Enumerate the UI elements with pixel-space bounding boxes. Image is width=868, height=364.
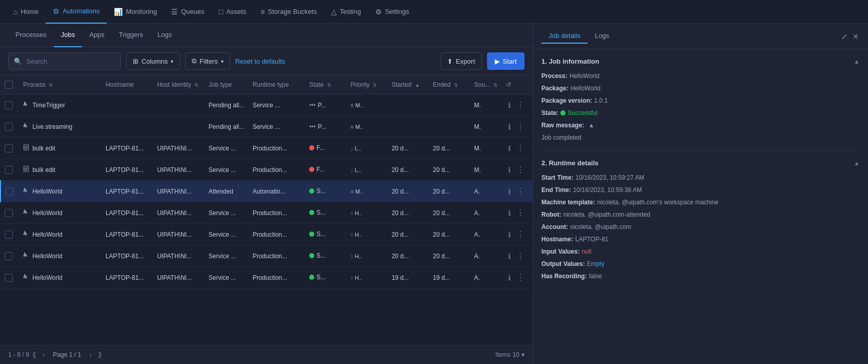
table-row[interactable]: HelloWorld LAPTOP-81... UIPATH\NI... Ser…: [1, 202, 533, 224]
tab-triggers[interactable]: Triggers: [112, 24, 150, 47]
col-header-state[interactable]: State ⇅: [305, 75, 346, 94]
row-info-button[interactable]: ℹ: [506, 208, 513, 218]
row-more-button[interactable]: ⋮: [514, 121, 527, 132]
row-checkbox[interactable]: [5, 123, 13, 131]
col-header-runtime[interactable]: Runtime type: [249, 75, 306, 94]
row-more-button[interactable]: ⋮: [514, 164, 527, 176]
nav-storage[interactable]: ≡ Storage Buckets: [253, 0, 324, 24]
state-dot-icon: [309, 188, 314, 194]
col-header-hostid[interactable]: Host Identity ⇅: [153, 75, 204, 94]
row-more-button[interactable]: ⋮: [514, 250, 527, 262]
row-info-button[interactable]: ℹ: [506, 229, 513, 240]
col-header-started[interactable]: Started ▲: [388, 75, 429, 94]
col-header-hostname[interactable]: Hostname: [102, 75, 153, 94]
select-all-checkbox[interactable]: [5, 81, 13, 89]
runtime-section-header[interactable]: 2. Runtime details ▲: [541, 159, 860, 167]
col-header-check[interactable]: [1, 75, 19, 94]
monitoring-icon: 📊: [114, 8, 123, 16]
filter-icon: ⧉: [192, 57, 196, 65]
right-panel: Job details Logs ⤢ ✕ 1. Job information …: [533, 24, 868, 364]
table-row[interactable]: HelloWorld LAPTOP-81... UIPATH\NI... Ser…: [1, 245, 533, 267]
row-check[interactable]: [1, 94, 19, 116]
row-info-button[interactable]: ℹ: [506, 122, 513, 132]
row-check[interactable]: [1, 181, 19, 202]
col-header-refresh[interactable]: ↺: [502, 75, 533, 94]
panel-tab-logs[interactable]: Logs: [588, 29, 616, 44]
next-page-button[interactable]: ›: [86, 350, 95, 360]
row-check[interactable]: [1, 159, 19, 181]
row-info-button[interactable]: ℹ: [506, 251, 513, 261]
col-header-source[interactable]: Sou... ⇅: [470, 75, 502, 94]
filters-button[interactable]: ⧉ Filters ▾: [185, 52, 230, 70]
search-box[interactable]: 🔍: [8, 52, 121, 70]
row-checkbox[interactable]: [5, 274, 13, 282]
col-header-priority[interactable]: Priority ⇅: [347, 75, 388, 94]
close-panel-button[interactable]: ✕: [852, 31, 860, 42]
export-button[interactable]: ⬆ Export: [440, 52, 482, 70]
row-more-button[interactable]: ⋮: [514, 99, 527, 111]
process-type-icon: [23, 144, 29, 152]
tab-jobs[interactable]: Jobs: [54, 24, 82, 47]
tab-logs[interactable]: Logs: [150, 24, 179, 47]
row-checkbox[interactable]: [5, 166, 13, 174]
nav-automations[interactable]: ⚙ Automations: [46, 0, 107, 24]
row-check[interactable]: [1, 138, 19, 159]
row-checkbox[interactable]: [5, 231, 13, 239]
row-more-button[interactable]: ⋮: [514, 142, 527, 154]
row-checkbox[interactable]: [5, 252, 13, 260]
col-header-process[interactable]: Process ⇅: [19, 75, 102, 94]
row-check[interactable]: [1, 224, 19, 245]
col-header-jobtype[interactable]: Job type: [205, 75, 249, 94]
row-check[interactable]: [1, 267, 19, 289]
columns-button[interactable]: ⊞ Columns ▾: [126, 52, 180, 70]
tab-processes[interactable]: Processes: [8, 24, 54, 47]
row-checkbox[interactable]: [5, 209, 13, 217]
row-check[interactable]: [1, 245, 19, 267]
row-info-button[interactable]: ℹ: [506, 273, 513, 283]
table-row[interactable]: HelloWorld LAPTOP-81... UIPATH\NI... Ser…: [1, 224, 533, 245]
nav-testing[interactable]: △ Testing: [324, 0, 368, 24]
nav-settings-label: Settings: [385, 8, 409, 15]
row-more-button[interactable]: ⋮: [514, 185, 527, 197]
prev-page-button[interactable]: ‹: [39, 350, 48, 360]
row-checkbox[interactable]: [5, 187, 13, 196]
nav-settings[interactable]: ⚙ Settings: [368, 0, 416, 24]
row-jobtype: Service ...: [205, 159, 249, 181]
panel-tab-job-details[interactable]: Job details: [541, 29, 588, 44]
row-checkbox[interactable]: [5, 144, 13, 152]
col-header-ended[interactable]: Ended ⇅: [429, 75, 470, 94]
reset-defaults-button[interactable]: Reset to defaults: [235, 58, 286, 65]
testing-icon: △: [331, 8, 337, 16]
row-runtime: Production...: [249, 224, 306, 245]
table-row[interactable]: Live.streaming Pending all... Service ..…: [1, 116, 533, 138]
start-button[interactable]: ▶ Start: [487, 52, 524, 70]
nav-queues[interactable]: ☰ Queues: [164, 0, 212, 24]
first-page-button[interactable]: ⟪: [29, 350, 39, 360]
row-more-button[interactable]: ⋮: [514, 207, 527, 219]
row-info-button[interactable]: ℹ: [506, 186, 513, 197]
nav-assets[interactable]: □ Assets: [212, 0, 253, 24]
row-more-button[interactable]: ⋮: [514, 228, 527, 240]
search-input[interactable]: [26, 58, 108, 65]
table-row[interactable]: TimeTrigger Pending all... Service ... •…: [1, 94, 533, 116]
table-row[interactable]: HelloWorld LAPTOP-81... UIPATH\NI... Ser…: [1, 267, 533, 289]
tab-apps[interactable]: Apps: [82, 24, 112, 47]
row-check[interactable]: [1, 202, 19, 224]
expand-panel-button[interactable]: ⤢: [840, 31, 849, 42]
last-page-button[interactable]: ⟫: [95, 350, 105, 360]
row-source: A.: [470, 245, 502, 267]
table-row[interactable]: HelloWorld LAPTOP-81... UIPATH\NI... Att…: [1, 181, 533, 202]
nav-monitoring[interactable]: 📊 Monitoring: [107, 0, 164, 24]
table-row[interactable]: bulk edit LAPTOP-81... UIPATH\NI... Serv…: [1, 159, 533, 181]
row-info-button[interactable]: ℹ: [506, 143, 513, 154]
row-more-button[interactable]: ⋮: [514, 272, 527, 283]
table-row[interactable]: bulk edit LAPTOP-81... UIPATH\NI... Serv…: [1, 138, 533, 159]
nav-queues-label: Queues: [181, 8, 205, 15]
row-checkbox[interactable]: [5, 101, 13, 109]
row-info-button[interactable]: ℹ: [506, 100, 513, 110]
row-info-button[interactable]: ℹ: [506, 165, 513, 175]
row-check[interactable]: [1, 116, 19, 138]
job-info-section-header[interactable]: 1. Job information ▲: [541, 58, 860, 65]
nav-home[interactable]: ⌂ Home: [6, 0, 46, 24]
items-per-page-selector[interactable]: Items 10 ▾: [495, 351, 524, 358]
